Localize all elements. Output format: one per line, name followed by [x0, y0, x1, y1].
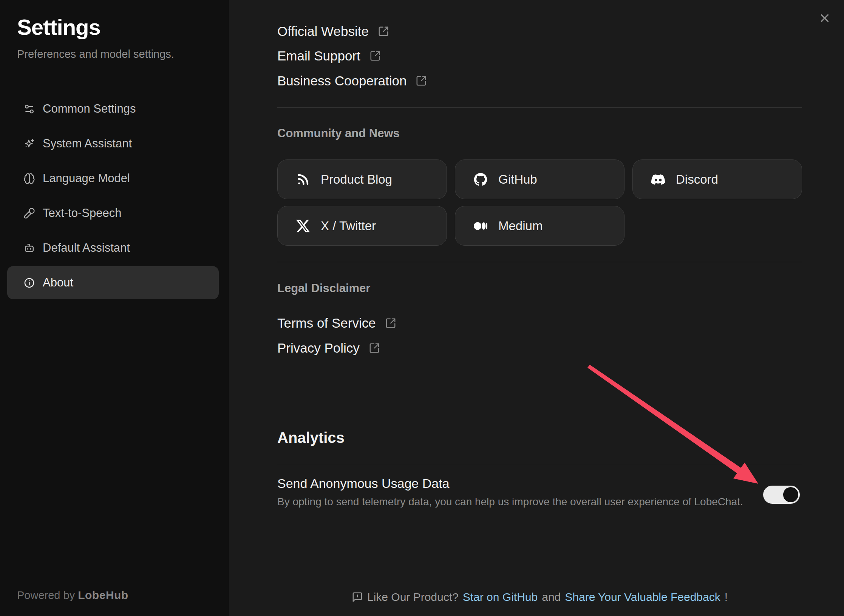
official-website-link[interactable]: Official Website	[277, 23, 389, 40]
x-twitter-button[interactable]: X / Twitter	[277, 206, 447, 246]
privacy-policy-link[interactable]: Privacy Policy	[277, 340, 380, 356]
footer-text: Like Our Product?	[367, 591, 459, 604]
community-section-title: Community and News	[277, 126, 400, 141]
feedback-footer: Like Our Product? Star on GitHub and Sha…	[277, 588, 802, 606]
sidebar-item-label: Common Settings	[43, 102, 136, 116]
star-on-github-link[interactable]: Star on GitHub	[463, 591, 538, 604]
sidebar-item-label: About	[43, 276, 73, 289]
sidebar-item-label: Text-to-Speech	[43, 206, 122, 220]
sidebar-item-about[interactable]: About	[7, 266, 219, 299]
send-usage-data-label: Send Anonymous Usage Data	[277, 475, 450, 491]
close-button[interactable]	[816, 9, 834, 27]
sidebar: Settings Preferences and model settings.…	[0, 0, 229, 616]
message-square-icon	[352, 591, 363, 603]
sliders-icon	[23, 103, 35, 115]
info-icon	[23, 277, 35, 289]
toggle-knob	[783, 487, 798, 502]
send-usage-data-toggle[interactable]	[763, 486, 800, 504]
footer-text: and	[542, 591, 561, 604]
github-icon	[473, 172, 488, 187]
bot-icon	[23, 242, 35, 254]
sidebar-item-default-assistant[interactable]: Default Assistant	[7, 231, 219, 265]
sidebar-nav: Common Settings System Assistant Languag…	[7, 92, 219, 299]
external-link-icon	[378, 26, 389, 37]
contact-section-title: Contact Us	[277, 0, 339, 4]
external-link-icon	[369, 50, 381, 62]
discord-button[interactable]: Discord	[632, 159, 802, 199]
sidebar-item-label: Language Model	[43, 172, 130, 185]
github-button[interactable]: GitHub	[455, 159, 624, 199]
section-divider	[277, 262, 802, 262]
sidebar-item-system-assistant[interactable]: System Assistant	[7, 127, 219, 160]
discord-icon	[651, 172, 665, 187]
send-usage-data-description: By opting to send telemetry data, you ca…	[277, 496, 743, 508]
sidebar-item-label: System Assistant	[43, 137, 132, 150]
page-title: Settings	[17, 14, 100, 40]
mic-icon	[23, 207, 35, 219]
community-buttons-row-1: Product Blog GitHub Discord	[277, 159, 802, 199]
external-link-icon	[416, 75, 427, 87]
analytics-section-title: Analytics	[277, 429, 345, 447]
external-link-icon	[385, 317, 396, 329]
sidebar-item-text-to-speech[interactable]: Text-to-Speech	[7, 197, 219, 230]
email-support-link[interactable]: Email Support	[277, 48, 381, 64]
terms-of-service-link[interactable]: Terms of Service	[277, 315, 396, 331]
legal-section-title: Legal Disclaimer	[277, 281, 370, 296]
external-link-icon	[369, 342, 380, 354]
product-blog-button[interactable]: Product Blog	[277, 159, 447, 199]
sparkles-icon	[23, 138, 35, 150]
brain-icon	[23, 172, 35, 184]
sidebar-item-label: Default Assistant	[43, 241, 130, 255]
business-cooperation-link[interactable]: Business Cooperation	[277, 73, 427, 89]
settings-window: Settings Preferences and model settings.…	[0, 0, 844, 616]
community-buttons-row-2: X / Twitter Medium	[277, 206, 802, 246]
lobehub-brand[interactable]: LobeHub	[78, 589, 128, 601]
medium-icon	[473, 219, 488, 233]
about-panel: Contact Us Official Website Email Suppor…	[277, 0, 802, 616]
page-subtitle: Preferences and model settings.	[17, 48, 174, 60]
sidebar-item-common-settings[interactable]: Common Settings	[7, 92, 219, 125]
medium-button[interactable]: Medium	[455, 206, 624, 246]
rss-icon	[296, 172, 310, 187]
sidebar-item-language-model[interactable]: Language Model	[7, 162, 219, 195]
x-icon	[296, 219, 310, 233]
section-divider	[277, 464, 802, 464]
share-feedback-link[interactable]: Share Your Valuable Feedback	[565, 591, 720, 604]
footer-text: !	[725, 591, 728, 604]
section-divider	[277, 107, 802, 108]
powered-by: Powered by LobeHub	[17, 589, 128, 602]
powered-by-text: Powered by	[17, 589, 75, 601]
